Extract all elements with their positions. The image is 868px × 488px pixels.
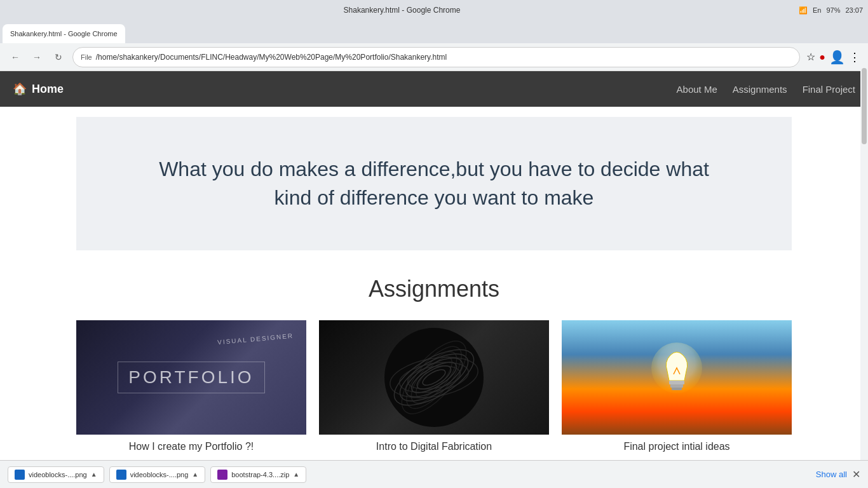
brand-label: Home: [32, 83, 64, 96]
menu-icon[interactable]: ⋮: [849, 50, 860, 64]
home-icon: 🏠: [13, 82, 27, 96]
avatar-icon[interactable]: 👤: [829, 50, 845, 65]
time-display: 23:07: [845, 6, 863, 14]
card-lightbulb[interactable]: Final project intial ideas: [562, 320, 792, 455]
titlebar-controls: 📶 En 97% 23:07: [799, 6, 863, 15]
card-portfolio-title: How I create my Portfolio ?!: [76, 435, 306, 455]
refresh-button[interactable]: ↻: [51, 50, 66, 65]
forward-button[interactable]: →: [29, 50, 44, 65]
assignments-title: Assignments: [76, 276, 792, 302]
wifi-icon: 📶: [799, 6, 808, 15]
back-button[interactable]: ←: [8, 50, 23, 65]
lightbulb-svg: [645, 339, 709, 416]
bookmark-icon[interactable]: ☆: [806, 51, 815, 63]
protocol-label: File: [81, 53, 92, 61]
active-tab[interactable]: Shakankery.html - Google Chrome: [3, 24, 125, 43]
battery-level: 97%: [826, 6, 840, 14]
url-text: /home/shakankery/Documents/FLINC/Headway…: [96, 53, 447, 62]
downloads-bar: videoblocks-....png ▲ videoblocks-....pn…: [0, 460, 868, 468]
nav-about-me[interactable]: About Me: [677, 84, 717, 95]
portfolio-label: PORTFOLIO: [118, 362, 264, 393]
extension-icon-red[interactable]: ●: [819, 51, 825, 63]
nav-final-project[interactable]: Final Project: [803, 84, 855, 95]
card-portfolio[interactable]: PORTFOLIO How I create my Portfolio ?!: [76, 320, 306, 455]
address-bar[interactable]: File /home/shakankery/Documents/FLINC/He…: [72, 47, 800, 67]
svg-rect-16: [670, 384, 683, 388]
browser-addressbar: ← → ↻ File /home/shakankery/Documents/FL…: [0, 43, 868, 71]
download-item-3[interactable]: bootstrap-4.3....zip ▲: [210, 466, 306, 468]
card-fabrication[interactable]: Intro to Digital Fabrication: [319, 320, 549, 455]
assignments-section: Assignments PORTFOLIO How I create my Po…: [0, 250, 868, 468]
card-lightbulb-image: [562, 320, 792, 435]
svg-point-0: [384, 328, 484, 427]
cards-grid: PORTFOLIO How I create my Portfolio ?!: [76, 320, 792, 455]
nav-assignments[interactable]: Assignments: [733, 84, 787, 95]
download-item-2[interactable]: videoblocks-....png ▲: [109, 466, 206, 468]
card-portfolio-image: PORTFOLIO: [76, 320, 306, 435]
card-fabrication-image: [319, 320, 549, 435]
language-indicator: En: [813, 6, 821, 14]
scrollbar[interactable]: [860, 68, 868, 460]
site-navbar: 🏠 Home About Me Assignments Final Projec…: [0, 71, 868, 107]
hero-section: What you do makes a difference,but you h…: [76, 117, 792, 250]
card-fabrication-title: Intro to Digital Fabrication: [319, 435, 549, 455]
browser-title: Shakankery.html - Google Chrome: [5, 6, 799, 15]
site-nav-links: About Me Assignments Final Project: [677, 84, 855, 95]
hero-quote: What you do makes a difference,but you h…: [153, 155, 715, 212]
svg-rect-17: [672, 388, 682, 390]
spiral-svg: [383, 327, 485, 428]
download-item-1[interactable]: videoblocks-....png ▲: [8, 466, 104, 468]
browser-tabbar: Shakankery.html - Google Chrome: [0, 20, 868, 43]
browser-titlebar: Shakankery.html - Google Chrome 📶 En 97%…: [0, 0, 868, 20]
tab-title: Shakankery.html - Google Chrome: [10, 30, 118, 37]
site-brand[interactable]: 🏠 Home: [13, 82, 64, 96]
browser-toolbar-icons: ☆ ● 👤 ⋮: [806, 50, 860, 65]
card-lightbulb-title: Final project intial ideas: [562, 435, 792, 455]
svg-rect-15: [669, 381, 684, 384]
scrollbar-thumb[interactable]: [862, 68, 867, 144]
